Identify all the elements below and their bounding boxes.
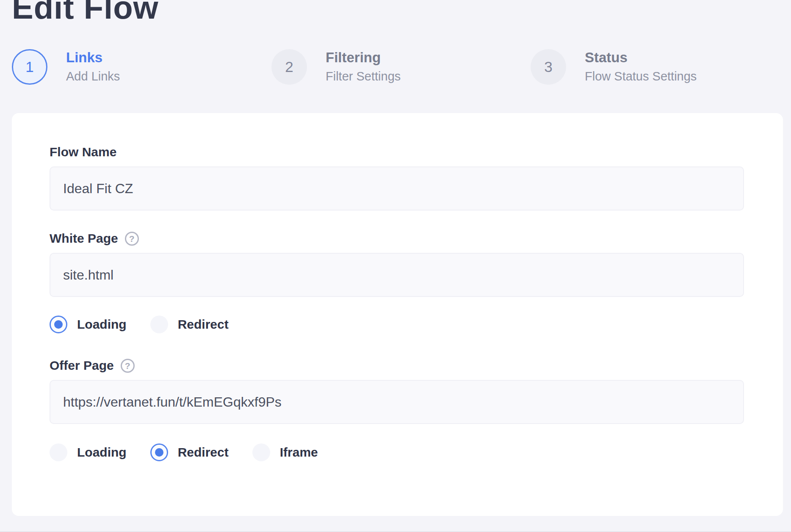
offer-page-redirect-radio[interactable]: Redirect <box>150 443 229 461</box>
radio-circle-icon <box>50 316 67 333</box>
white-page-loading-radio[interactable]: Loading <box>50 316 127 333</box>
step-status-title: Status <box>585 50 697 65</box>
step-links-title: Links <box>66 50 120 65</box>
offer-page-iframe-radio[interactable]: Iframe <box>252 443 318 461</box>
radio-circle-icon <box>150 443 168 461</box>
offer-page-input[interactable] <box>50 380 744 424</box>
step-status-text: Status Flow Status Settings <box>585 50 697 83</box>
step-filtering-number-badge: 2 <box>271 49 307 85</box>
radio-circle-icon <box>150 316 168 333</box>
offer-page-redirect-label: Redirect <box>178 445 229 460</box>
step-links-subtitle: Add Links <box>66 69 120 83</box>
white-page-input[interactable] <box>50 253 744 297</box>
step-filtering[interactable]: 2 Filtering Filter Settings <box>271 49 401 85</box>
step-filtering-title: Filtering <box>326 50 401 65</box>
flow-name-label: Flow Name <box>50 144 744 160</box>
offer-page-label-text: Offer Page <box>50 358 114 373</box>
offer-page-mode-radio-group: Loading Redirect Iframe <box>50 443 744 461</box>
white-page-mode-radio-group: Loading Redirect <box>50 316 744 333</box>
step-status[interactable]: 3 Status Flow Status Settings <box>531 49 697 85</box>
step-links[interactable]: 1 Links Add Links <box>12 49 120 85</box>
radio-circle-icon <box>50 443 67 461</box>
flow-name-input[interactable] <box>50 166 744 211</box>
offer-page-loading-label: Loading <box>77 445 127 460</box>
white-page-redirect-label: Redirect <box>178 317 229 332</box>
flow-name-label-text: Flow Name <box>50 145 116 159</box>
white-page-loading-label: Loading <box>77 317 127 332</box>
step-filtering-text: Filtering Filter Settings <box>326 50 401 83</box>
offer-page-loading-radio[interactable]: Loading <box>50 443 127 461</box>
offer-page-label: Offer Page ? <box>50 358 744 373</box>
white-page-label: White Page ? <box>50 231 744 246</box>
white-page-label-text: White Page <box>50 231 118 246</box>
edit-flow-form-card: Flow Name White Page ? Loading Redirect … <box>12 113 783 516</box>
white-page-redirect-radio[interactable]: Redirect <box>150 316 229 333</box>
page-title: Edit Flow <box>12 0 159 24</box>
step-filtering-subtitle: Filter Settings <box>326 69 401 83</box>
step-links-number-badge: 1 <box>12 49 47 85</box>
wizard-stepper: 1 Links Add Links 2 Filtering Filter Set… <box>0 49 791 87</box>
step-status-subtitle: Flow Status Settings <box>585 69 697 83</box>
step-links-text: Links Add Links <box>66 50 120 83</box>
offer-page-help-icon[interactable]: ? <box>121 359 135 373</box>
offer-page-iframe-label: Iframe <box>280 445 318 460</box>
white-page-help-icon[interactable]: ? <box>125 232 139 246</box>
radio-circle-icon <box>252 443 270 461</box>
step-status-number-badge: 3 <box>531 49 566 85</box>
